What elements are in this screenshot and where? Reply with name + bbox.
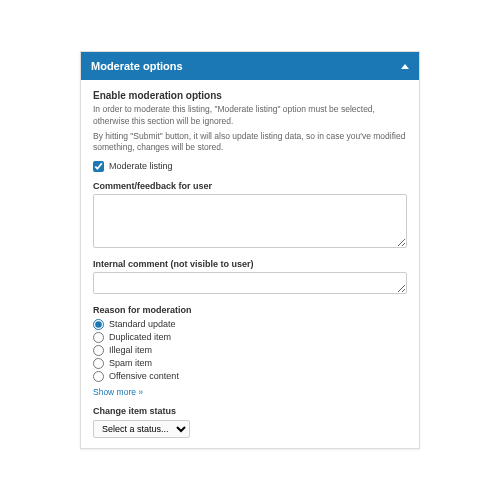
comment-label: Comment/feedback for user xyxy=(93,181,407,191)
status-select[interactable]: Select a status... xyxy=(93,420,190,438)
chevron-up-icon xyxy=(401,64,409,69)
reason-text: Illegal item xyxy=(109,345,152,355)
reason-radio-illegal[interactable] xyxy=(93,345,104,356)
panel-header[interactable]: Moderate options xyxy=(81,52,419,80)
status-label: Change item status xyxy=(93,406,407,416)
moderate-options-panel: Moderate options Enable moderation optio… xyxy=(80,51,420,449)
reason-text: Standard update xyxy=(109,319,176,329)
internal-comment-label: Internal comment (not visible to user) xyxy=(93,259,407,269)
moderate-listing-checkbox[interactable] xyxy=(93,161,104,172)
reason-label: Reason for moderation xyxy=(93,305,407,315)
reason-radio-offensive[interactable] xyxy=(93,371,104,382)
reason-option[interactable]: Illegal item xyxy=(93,344,407,357)
panel-title: Moderate options xyxy=(91,60,183,72)
comment-textarea[interactable] xyxy=(93,194,407,248)
show-more-link[interactable]: Show more » xyxy=(93,387,143,397)
reason-text: Offensive content xyxy=(109,371,179,381)
reason-option[interactable]: Duplicated item xyxy=(93,331,407,344)
reason-radio-group: Standard update Duplicated item Illegal … xyxy=(93,318,407,383)
moderate-listing-row[interactable]: Moderate listing xyxy=(93,161,407,172)
panel-body: Enable moderation options In order to mo… xyxy=(81,80,419,448)
reason-radio-spam[interactable] xyxy=(93,358,104,369)
reason-option[interactable]: Offensive content xyxy=(93,370,407,383)
description-1: In order to moderate this listing, "Mode… xyxy=(93,104,407,127)
moderate-listing-label: Moderate listing xyxy=(109,161,173,171)
description-2: By hitting "Submit" button, it will also… xyxy=(93,131,407,154)
reason-radio-standard[interactable] xyxy=(93,319,104,330)
section-title: Enable moderation options xyxy=(93,90,407,101)
reason-option[interactable]: Standard update xyxy=(93,318,407,331)
reason-text: Duplicated item xyxy=(109,332,171,342)
reason-text: Spam item xyxy=(109,358,152,368)
internal-comment-textarea[interactable] xyxy=(93,272,407,294)
reason-option[interactable]: Spam item xyxy=(93,357,407,370)
reason-radio-duplicated[interactable] xyxy=(93,332,104,343)
